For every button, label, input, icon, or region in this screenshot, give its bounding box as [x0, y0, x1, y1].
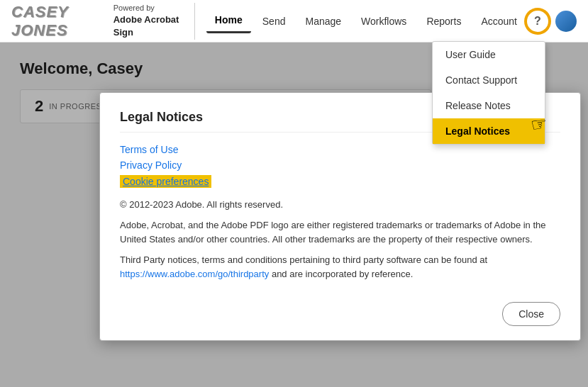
terms-of-use-link[interactable]: Terms of Use — [120, 144, 560, 155]
cookie-preferences-link[interactable]: Cookie preferences — [120, 175, 211, 188]
logo-area: CASEY JONES Powered by Adobe Acrobat Sig… — [11, 3, 195, 40]
menu-item-contact-support[interactable]: Contact Support — [433, 67, 545, 93]
nav-manage[interactable]: Manage — [296, 10, 350, 33]
menu-item-user-guide[interactable]: User Guide — [433, 42, 545, 67]
legal-body-text-2: Third Party notices, terms and condition… — [120, 253, 560, 281]
nav-workflows[interactable]: Workflows — [353, 10, 415, 33]
third-party-suffix: and are incorporated by reference. — [272, 269, 413, 279]
copyright-text: © 2012-2023 Adobe. All rights reserved. — [120, 199, 560, 210]
nav-reports[interactable]: Reports — [418, 10, 470, 33]
avatar[interactable] — [555, 11, 577, 32]
nav-account[interactable]: Account — [472, 10, 526, 33]
close-button[interactable]: Close — [502, 302, 560, 326]
help-dropdown-menu: User Guide Contact Support Release Notes… — [432, 41, 545, 145]
privacy-policy-link[interactable]: Privacy Policy — [120, 159, 560, 171]
help-button[interactable]: ? — [526, 9, 550, 33]
site-logo: CASEY JONES — [11, 3, 105, 40]
third-party-prefix: Third Party notices, terms and condition… — [120, 254, 487, 265]
header-actions: ? — [526, 9, 577, 33]
menu-item-release-notes[interactable]: Release Notes — [433, 93, 545, 118]
powered-by-text: Powered by Adobe Acrobat Sign — [113, 3, 183, 40]
nav-send[interactable]: Send — [254, 10, 294, 33]
nav-home[interactable]: Home — [206, 9, 251, 33]
main-nav: Home Send Manage Workflows Reports Accou… — [206, 9, 526, 33]
modal-footer: Close — [120, 295, 560, 326]
menu-item-legal-notices[interactable]: Legal Notices — [433, 118, 545, 144]
header: CASEY JONES Powered by Adobe Acrobat Sig… — [0, 0, 588, 43]
legal-body-text-1: Adobe, Acrobat, and the Adobe PDF logo a… — [120, 218, 560, 246]
third-party-link[interactable]: https://www.adobe.com/go/thirdparty — [120, 269, 269, 279]
